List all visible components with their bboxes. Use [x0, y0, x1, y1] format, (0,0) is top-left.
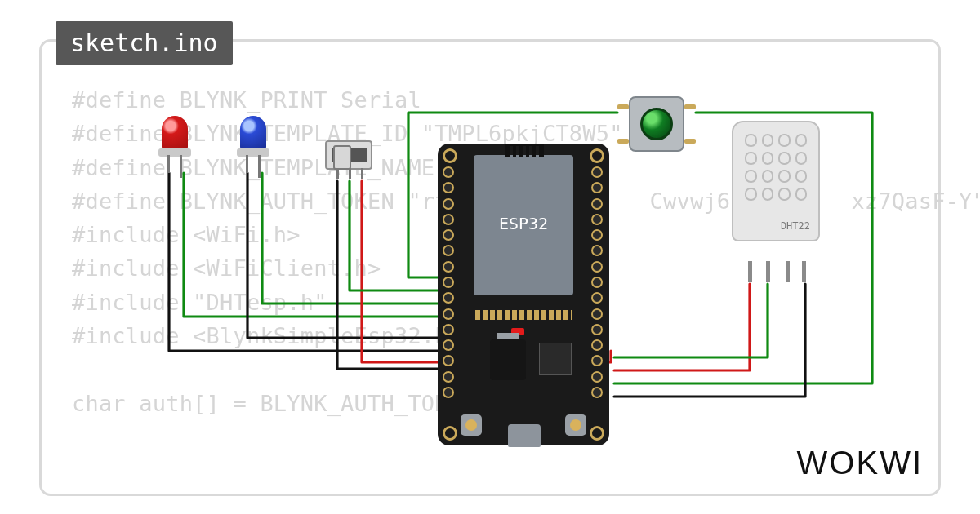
slide-switch[interactable]	[325, 140, 372, 170]
wokwi-logo: WOKWI	[797, 445, 923, 481]
esp32-board[interactable]: ESP32	[438, 144, 609, 445]
esp32-label: ESP32	[474, 214, 573, 233]
file-tab[interactable]: sketch.ino	[56, 21, 233, 65]
led-blue[interactable]	[237, 116, 270, 171]
push-button[interactable]	[624, 91, 689, 157]
dht22-sensor[interactable]: DHT22	[732, 121, 820, 264]
dht22-label: DHT22	[781, 220, 810, 232]
led-red[interactable]	[158, 116, 191, 171]
